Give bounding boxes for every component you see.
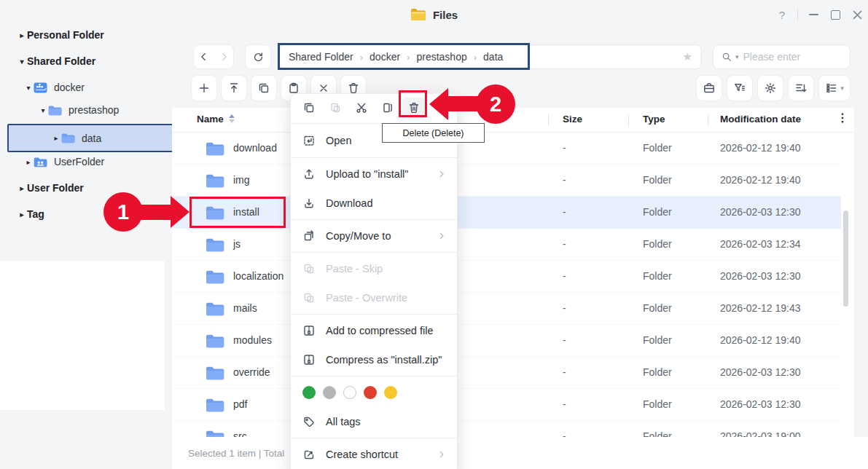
folder-icon bbox=[61, 133, 75, 143]
table-row[interactable]: js-Folder2026-02-03 12:34 bbox=[172, 229, 841, 261]
menu-item-download[interactable]: Download bbox=[291, 189, 457, 218]
download-icon bbox=[302, 197, 316, 210]
file-modified: 2026-02-12 19:40 bbox=[720, 334, 801, 346]
menu-item-add-to-compressed[interactable]: Add to compressed file bbox=[291, 316, 457, 345]
menu-item-upload-to[interactable]: Upload to "install" bbox=[291, 159, 457, 189]
tag-color-white[interactable] bbox=[343, 386, 356, 399]
folder-icon bbox=[206, 366, 224, 380]
task-manager-button[interactable] bbox=[696, 75, 722, 101]
table-row[interactable]: pdf-Folder2026-02-03 12:30 bbox=[172, 389, 841, 421]
menu-item-all-tags[interactable]: All tags bbox=[291, 407, 457, 436]
table-row[interactable]: download-Folder2026-02-12 19:40 bbox=[172, 133, 841, 165]
file-name[interactable]: mails bbox=[233, 302, 257, 314]
column-header-size[interactable]: Size bbox=[563, 114, 582, 125]
favorite-star-icon[interactable]: ★ bbox=[683, 50, 692, 63]
upload-icon bbox=[302, 168, 316, 181]
filter-button[interactable] bbox=[727, 75, 753, 101]
duplicate-icon[interactable] bbox=[380, 101, 395, 114]
chevron-down-icon[interactable]: ▾ bbox=[23, 84, 34, 92]
cut-scissors-icon[interactable] bbox=[354, 101, 369, 114]
chevron-right-icon[interactable]: ▸ bbox=[17, 210, 27, 218]
forward-button[interactable] bbox=[214, 51, 233, 63]
file-name[interactable]: localization bbox=[233, 270, 284, 282]
paste-skip-icon bbox=[302, 262, 316, 275]
file-size: - bbox=[563, 206, 566, 218]
close-button[interactable] bbox=[846, 0, 868, 29]
upload-button[interactable] bbox=[221, 75, 247, 101]
chevron-right-icon[interactable]: ▸ bbox=[23, 158, 34, 166]
column-header-name[interactable]: Name bbox=[197, 114, 224, 125]
file-name[interactable]: download bbox=[233, 142, 277, 154]
search-box[interactable]: ▾ bbox=[713, 44, 851, 69]
table-row[interactable]: localization-Folder2026-02-03 12:30 bbox=[172, 261, 841, 293]
folder-icon bbox=[206, 141, 224, 156]
submenu-chevron-icon bbox=[437, 449, 447, 460]
sort-button[interactable] bbox=[788, 75, 814, 101]
folder-icon bbox=[206, 334, 224, 348]
annotation-arrowhead-2 bbox=[429, 88, 448, 120]
paste-icon bbox=[328, 101, 343, 114]
column-header-type[interactable]: Type bbox=[643, 114, 665, 125]
table-row[interactable]: src-Folder2026-02-03 19:00 bbox=[172, 421, 841, 437]
column-options-icon[interactable]: ⋮ bbox=[837, 111, 848, 125]
chevron-right-icon[interactable]: ▸ bbox=[17, 31, 27, 39]
new-item-button[interactable] bbox=[191, 75, 217, 101]
file-name[interactable]: src bbox=[233, 430, 247, 437]
chevron-down-icon[interactable]: ▾ bbox=[38, 106, 48, 114]
file-type: Folder bbox=[643, 206, 672, 218]
vertical-scrollbar[interactable] bbox=[843, 210, 848, 307]
sort-arrows-icon[interactable] bbox=[229, 114, 235, 123]
menu-item-paste-overwrite: Paste - Overwrite bbox=[291, 283, 457, 312]
back-button[interactable] bbox=[194, 51, 214, 63]
menu-item-create-shortcut[interactable]: Create shortcut bbox=[291, 440, 457, 469]
maximize-button[interactable] bbox=[824, 0, 846, 29]
chevron-right-icon[interactable]: ▸ bbox=[17, 184, 27, 192]
search-scope-caret-icon[interactable]: ▾ bbox=[735, 53, 739, 60]
copy-button[interactable] bbox=[251, 75, 277, 101]
annotation-step-1: 1 bbox=[103, 192, 143, 232]
file-modified: 2026-02-03 12:30 bbox=[720, 398, 801, 410]
settings-gear-button[interactable] bbox=[757, 75, 783, 101]
file-list-body: download-Folder2026-02-12 19:40img-Folde… bbox=[172, 133, 841, 437]
column-header-modified[interactable]: Modification date bbox=[720, 114, 801, 125]
file-type: Folder bbox=[643, 142, 672, 154]
minimize-button[interactable] bbox=[802, 0, 824, 29]
table-row[interactable]: override-Folder2026-02-03 12:30 bbox=[172, 357, 841, 389]
file-name[interactable]: modules bbox=[233, 334, 272, 346]
file-name[interactable]: override bbox=[233, 366, 270, 378]
file-modified: 2026-02-03 12:30 bbox=[720, 270, 801, 282]
sidebar-item-userfolder[interactable]: ▸ UserFolder bbox=[7, 149, 178, 174]
refresh-button[interactable] bbox=[245, 44, 271, 69]
search-input[interactable] bbox=[742, 50, 842, 63]
table-row[interactable]: mails-Folder2026-02-12 19:43 bbox=[172, 293, 841, 325]
sidebar-item-prestashop[interactable]: ▾ prestashop bbox=[7, 98, 192, 122]
folder-icon bbox=[206, 269, 224, 284]
sidebar-item-shared-folder[interactable]: ▾ Shared Folder bbox=[7, 49, 171, 74]
table-row[interactable]: img-Folder2026-02-12 19:40 bbox=[172, 165, 841, 197]
menu-item-copy-move-to[interactable]: Copy/Move to bbox=[291, 221, 457, 251]
tag-color-green[interactable] bbox=[302, 386, 316, 399]
sidebar-item-personal-folder[interactable]: ▸ Personal Folder bbox=[7, 23, 171, 47]
user-folder-icon bbox=[34, 157, 47, 168]
file-name[interactable]: img bbox=[233, 174, 250, 186]
help-icon[interactable]: ? bbox=[771, 0, 793, 29]
tag-color-gray[interactable] bbox=[323, 386, 336, 399]
annotation-step-2: 2 bbox=[476, 84, 515, 124]
tag-color-red[interactable] bbox=[364, 386, 377, 399]
chevron-down-icon[interactable]: ▾ bbox=[17, 58, 27, 66]
table-row[interactable]: modules-Folder2026-02-12 19:40 bbox=[172, 325, 841, 357]
folder-icon bbox=[206, 302, 224, 316]
menu-item-compress-as[interactable]: Compress as "install.zip" bbox=[291, 345, 457, 374]
chevron-right-icon[interactable]: ▸ bbox=[51, 134, 61, 142]
sidebar-item-user-folder[interactable]: ▸ User Folder bbox=[7, 176, 171, 200]
file-name[interactable]: js bbox=[233, 238, 241, 250]
docker-icon bbox=[34, 82, 47, 93]
file-type: Folder bbox=[643, 398, 672, 410]
file-type: Folder bbox=[643, 174, 672, 186]
tag-color-yellow[interactable] bbox=[384, 386, 397, 399]
file-name[interactable]: pdf bbox=[233, 398, 247, 410]
file-modified: 2026-02-03 12:30 bbox=[720, 366, 801, 378]
copy-icon[interactable] bbox=[302, 101, 316, 114]
sidebar-item-docker[interactable]: ▾ docker bbox=[7, 75, 178, 100]
view-mode-button[interactable]: ▾ bbox=[818, 75, 851, 101]
